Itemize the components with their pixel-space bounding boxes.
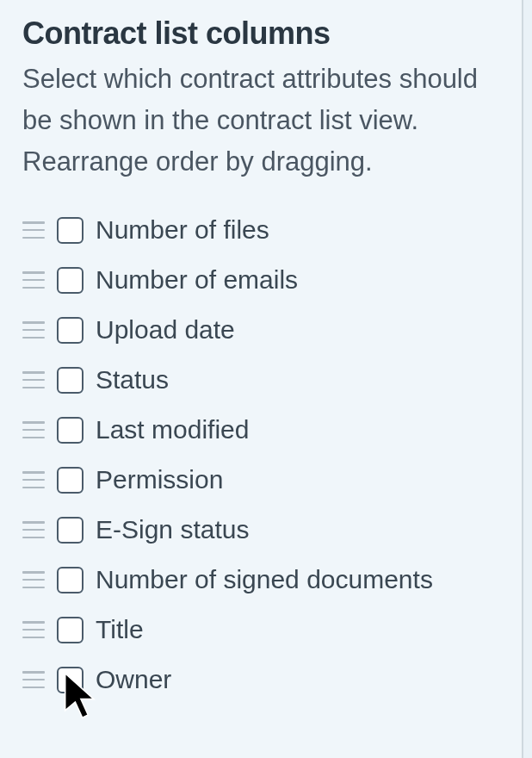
column-label: Upload date xyxy=(96,315,235,345)
column-item[interactable]: Number of emails xyxy=(22,265,499,295)
column-item[interactable]: E-Sign status xyxy=(22,515,499,544)
column-label: Number of files xyxy=(96,215,269,245)
column-checkbox[interactable] xyxy=(57,217,84,244)
column-item[interactable]: Title xyxy=(22,615,499,644)
drag-handle-icon[interactable] xyxy=(22,321,45,339)
drag-handle-icon[interactable] xyxy=(22,221,45,239)
drag-handle-icon[interactable] xyxy=(22,571,45,588)
column-label: E-Sign status xyxy=(96,515,249,544)
drag-handle-icon[interactable] xyxy=(22,671,45,688)
column-label: Last modified xyxy=(96,415,249,444)
column-item[interactable]: Upload date xyxy=(22,315,499,345)
drag-handle-icon[interactable] xyxy=(22,621,45,638)
column-label: Permission xyxy=(96,465,223,494)
drag-handle-icon[interactable] xyxy=(22,271,45,289)
column-item[interactable]: Last modified xyxy=(22,415,499,444)
column-checkbox[interactable] xyxy=(57,267,84,294)
settings-panel: Contract list columns Select which contr… xyxy=(0,0,523,758)
drag-handle-icon[interactable] xyxy=(22,521,45,538)
column-item[interactable]: Number of files xyxy=(22,215,499,245)
column-checkbox[interactable] xyxy=(57,567,84,593)
column-item[interactable]: Status xyxy=(22,365,499,395)
page-description: Select which contract attributes should … xyxy=(22,59,499,183)
column-item[interactable]: Number of signed documents xyxy=(22,565,499,594)
column-checkbox[interactable] xyxy=(57,517,84,544)
column-label: Title xyxy=(96,615,144,644)
column-label: Number of emails xyxy=(96,265,298,295)
column-checkbox[interactable] xyxy=(57,617,84,643)
column-label: Status xyxy=(96,365,169,395)
column-checkbox[interactable] xyxy=(57,417,84,444)
drag-handle-icon[interactable] xyxy=(22,471,45,488)
drag-handle-icon[interactable] xyxy=(22,421,45,438)
drag-handle-icon[interactable] xyxy=(22,371,45,388)
column-checkbox[interactable] xyxy=(57,367,84,394)
column-list: Number of files Number of emails Upload … xyxy=(22,215,499,694)
column-checkbox[interactable] xyxy=(57,317,84,344)
column-item[interactable]: Permission xyxy=(22,465,499,494)
column-checkbox[interactable] xyxy=(57,667,84,693)
column-checkbox[interactable] xyxy=(57,467,84,494)
column-label: Number of signed documents xyxy=(96,565,433,594)
page-title: Contract list columns xyxy=(22,16,499,52)
column-label: Owner xyxy=(96,665,171,694)
column-item[interactable]: Owner xyxy=(22,665,499,694)
